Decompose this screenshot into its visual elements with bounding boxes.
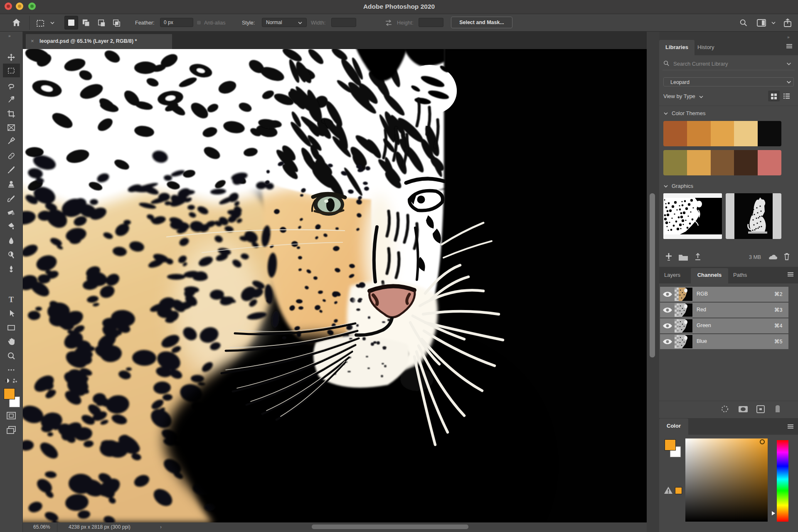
svg-text:T: T [9,296,14,304]
